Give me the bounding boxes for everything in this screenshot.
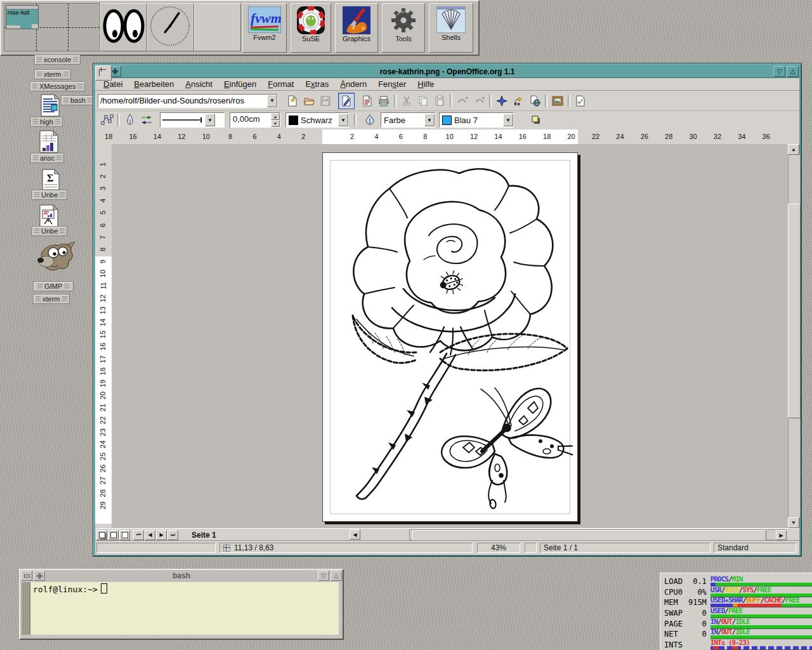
pen-icon[interactable]: [122, 112, 138, 128]
line-color-select[interactable]: Schwarz ▼: [285, 112, 349, 128]
desktop-icon-unbenannt2[interactable]: Unbe: [32, 226, 67, 236]
bash-terminal-window[interactable]: bash ▽ △ rolf@linux:~>: [19, 569, 344, 640]
desktop-icon-bash[interactable]: bash: [61, 95, 95, 105]
layer-view-icon[interactable]: [119, 530, 130, 540]
navigator-icon[interactable]: [494, 93, 509, 109]
desktop-icon-xconsole[interactable]: xconsole: [34, 55, 81, 65]
vertical-scrollbar[interactable]: ▲ ▼: [788, 144, 799, 528]
scrollbar-thumb[interactable]: [412, 530, 766, 541]
status-modified-cell: [525, 543, 537, 553]
scroll-down-icon[interactable]: ▼: [788, 517, 799, 528]
menu-item[interactable]: Ändern: [334, 78, 372, 90]
arrow-ends-icon[interactable]: [139, 112, 154, 128]
next-page-icon[interactable]: ▶: [156, 530, 167, 540]
undo-icon[interactable]: [455, 93, 470, 109]
print-icon[interactable]: [376, 93, 391, 109]
copy-icon[interactable]: [416, 93, 431, 109]
desktop-icon-xmessages[interactable]: XMessages: [30, 81, 85, 91]
url-input[interactable]: [98, 95, 267, 107]
terminal-titlebar[interactable]: bash ▽ △: [20, 570, 343, 581]
master-view-icon[interactable]: [108, 530, 119, 540]
desktop-icon-writer-doc[interactable]: [41, 94, 60, 117]
desktop-icon-xterm[interactable]: xterm: [34, 69, 71, 79]
taskbar-button-suse[interactable]: SuSE: [291, 3, 331, 53]
line-width-value[interactable]: 0,00cm: [230, 113, 271, 127]
shadow-icon[interactable]: [528, 112, 544, 128]
menu-item[interactable]: Ansicht: [180, 78, 218, 90]
shade-up-icon[interactable]: △: [331, 571, 342, 581]
ruler-number: 9: [95, 256, 111, 268]
menu-item[interactable]: Bearbeiten: [128, 78, 180, 90]
spin-down-icon[interactable]: ▼: [271, 120, 280, 127]
desktop-icon-gimp[interactable]: [36, 240, 76, 274]
first-page-icon[interactable]: ⏮: [133, 530, 144, 540]
new-document-icon[interactable]: [285, 93, 300, 109]
line-style-dropdown-icon[interactable]: ▼: [205, 114, 215, 126]
desktop-icon-high[interactable]: high: [30, 117, 63, 127]
save-icon[interactable]: [318, 93, 333, 109]
open-icon[interactable]: [301, 93, 317, 109]
desktop-pager[interactable]: rose-kat: [4, 3, 100, 51]
data-sources-icon[interactable]: [573, 93, 588, 109]
prev-page-icon[interactable]: ◀: [145, 530, 155, 540]
desktop-icon-gimp-label[interactable]: GIMP: [33, 281, 74, 291]
shade-down-icon[interactable]: ▽: [773, 66, 785, 77]
document-canvas[interactable]: [112, 144, 788, 528]
shade-up-icon[interactable]: △: [787, 66, 799, 77]
edit-points-icon[interactable]: [100, 112, 115, 128]
terminal-scrollbar[interactable]: [22, 582, 30, 635]
taskbar-button-shells[interactable]: Shells: [429, 3, 473, 53]
scroll-right-icon[interactable]: ▶: [776, 530, 787, 540]
shade-down-icon[interactable]: ▽: [318, 571, 329, 581]
view-mode-icon[interactable]: [96, 530, 107, 540]
edit-file-icon[interactable]: [338, 93, 355, 109]
minimize-icon[interactable]: [21, 571, 32, 581]
desktop-icon-calc-doc[interactable]: [39, 130, 58, 153]
hyperlink-globe-icon[interactable]: [527, 93, 542, 109]
cut-icon[interactable]: [399, 93, 414, 109]
taskbar-button-graphics[interactable]: Graphics: [335, 3, 378, 53]
tab-seite-1[interactable]: Seite 1: [181, 529, 226, 541]
line-style-select[interactable]: ▼: [160, 112, 225, 128]
drawing-page[interactable]: [322, 152, 578, 522]
spin-up-icon[interactable]: ▲: [271, 113, 280, 120]
desktop-icon-unbenannt1[interactable]: Unbe: [32, 190, 67, 200]
line-color-dropdown-icon[interactable]: ▼: [338, 114, 348, 126]
export-pdf-icon[interactable]: [360, 93, 375, 109]
taskbar-button-tools[interactable]: Tools: [382, 3, 425, 53]
url-dropdown-icon[interactable]: ▼: [267, 95, 277, 107]
tab-scroll-left-icon[interactable]: ◀: [350, 529, 360, 540]
redo-icon[interactable]: [471, 93, 487, 109]
meter-label: CPU0: [664, 588, 688, 597]
meter-label: INTS: [664, 640, 688, 649]
horizontal-scrollbar[interactable]: ▶: [409, 529, 787, 540]
area-style-icon[interactable]: [362, 112, 377, 128]
scroll-up-icon[interactable]: ▲: [788, 144, 799, 155]
scrollbar-thumb[interactable]: [788, 204, 801, 418]
fill-type-select[interactable]: Farbe ▼: [381, 112, 435, 128]
meter-segment: [738, 604, 782, 607]
gallery-icon[interactable]: [550, 93, 565, 109]
window-titlebar[interactable]: rose-kathrin.png - OpenOffice.org 1.1 ▽ …: [95, 65, 799, 78]
zoom-icon[interactable]: [511, 93, 526, 109]
fill-type-dropdown-icon[interactable]: ▼: [424, 114, 435, 126]
menu-item[interactable]: Einfügen: [218, 78, 262, 90]
desktop-icon-math-doc[interactable]: Σ: [42, 169, 60, 190]
status-zoom-cell[interactable]: 43%: [477, 543, 520, 553]
menu-item[interactable]: Format: [262, 78, 299, 90]
paste-icon[interactable]: [432, 93, 447, 109]
terminal-body[interactable]: rolf@linux:~>: [22, 582, 339, 635]
taskbar-button-fvwm2[interactable]: fvwm Fvwm2: [242, 3, 287, 53]
menu-item[interactable]: Hilfe: [412, 78, 440, 90]
desktop-icon-xterm2[interactable]: xterm: [33, 294, 70, 304]
pager-mini-window[interactable]: rose-kat: [6, 5, 39, 29]
line-width-spinner[interactable]: 0,00cm ▲▼: [230, 112, 280, 128]
maximize-icon[interactable]: [34, 571, 45, 581]
fill-color-select[interactable]: Blau 7 ▼: [439, 112, 514, 128]
desktop-icon-impress-doc[interactable]: [39, 204, 58, 227]
fill-color-dropdown-icon[interactable]: ▼: [503, 114, 513, 126]
menu-item[interactable]: Fenster: [372, 78, 412, 90]
desktop-icon-ansc[interactable]: ansc: [30, 153, 64, 163]
last-page-icon[interactable]: ⏭: [167, 530, 178, 540]
menu-item[interactable]: Extras: [299, 78, 334, 90]
